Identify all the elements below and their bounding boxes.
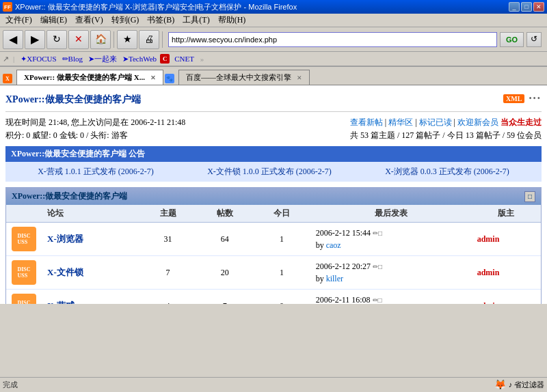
- discuss-icon-1: DISCUSS: [12, 260, 36, 285]
- menu-bar: 文件(F) 编辑(E) 查看(V) 转到(G) 书签(B) 工具(T) 帮助(H…: [0, 14, 547, 27]
- col-forum: 论坛: [42, 205, 139, 223]
- print-btn[interactable]: 🖨: [139, 30, 159, 49]
- stop-button[interactable]: ✕: [68, 30, 89, 49]
- col-topics: 主题: [139, 205, 196, 223]
- window-controls[interactable]: _ □ ✕: [509, 2, 544, 12]
- user-info: 现在时间是 21:48, 您上次访问是在 2006-2-11 21:48 积分:…: [5, 116, 542, 142]
- status-filter-text: ♪ 省过滤器: [509, 380, 544, 390]
- home-button[interactable]: 🏠: [90, 30, 111, 49]
- user-right-links: 查看新帖 | 精华区 | 标记已读 | 欢迎新会员 当众生走过: [350, 116, 542, 129]
- forum-collapse-btn[interactable]: □: [524, 191, 535, 202]
- link-elite[interactable]: 精华区: [388, 117, 413, 127]
- forum-lastpost-0: 2006-2-12 15:44 ✏□ by caoz: [310, 223, 472, 256]
- forum-topics-2: 4: [139, 290, 196, 304]
- header-right: XML •••: [503, 94, 542, 104]
- address-input[interactable]: [168, 32, 497, 47]
- back-button[interactable]: ◀: [3, 30, 23, 49]
- forum-link-0[interactable]: X-浏览器: [47, 234, 83, 244]
- col-icon: [6, 205, 42, 223]
- header-dots: •••: [529, 94, 542, 104]
- minimize-button[interactable]: _: [509, 2, 520, 12]
- toolbar-link-cnet[interactable]: CNET: [172, 54, 196, 64]
- forum-topics-1: 7: [139, 256, 196, 290]
- toolbar: ◀ ▶ ↻ ✕ 🏠 ★ 🖨 GO ↺: [0, 27, 547, 52]
- forum-table: 论坛 主题 帖数 今日 最后发表 版主 DISCUSS X-浏览器 31: [6, 205, 541, 304]
- forum-name-cell-0: X-浏览器: [42, 223, 139, 256]
- menu-bookmarks[interactable]: 书签(B): [143, 13, 178, 27]
- quick-refresh-icon[interactable]: ↺: [526, 32, 542, 47]
- window-title: XPower:: 做最安全便捷的客户端 X-浏览器|客户端安全|电子文档保护 -…: [15, 2, 297, 12]
- bold-member-link[interactable]: 当众生走过: [501, 117, 542, 127]
- forum-admin-0: admin: [472, 223, 541, 256]
- site-title: XPower::做最安全便捷的客户端: [5, 94, 141, 106]
- menu-edit[interactable]: 编辑(E): [36, 13, 71, 27]
- menu-help[interactable]: 帮助(H): [214, 13, 250, 27]
- lastpost-user-1[interactable]: killer: [326, 274, 343, 283]
- user-info-left: 现在时间是 21:48, 您上次访问是在 2006-2-11 21:48 积分:…: [5, 116, 185, 142]
- menu-goto[interactable]: 转到(G): [107, 13, 144, 27]
- announce-bar: XPower::做最安全便捷的客户端 公告: [5, 146, 542, 162]
- forum-today-0: 1: [253, 223, 310, 256]
- forward-button[interactable]: ▶: [25, 30, 45, 49]
- toolbar-link-techweb[interactable]: ➤TechWeb: [120, 54, 159, 64]
- admin-link-1[interactable]: admin: [477, 268, 500, 277]
- admin-link-0[interactable]: admin: [477, 234, 500, 244]
- tab-close-2[interactable]: ✕: [297, 74, 302, 81]
- col-lastpost: 最后发表: [310, 205, 472, 223]
- separator-1: [114, 31, 114, 48]
- admin-link-2[interactable]: admin: [477, 301, 500, 304]
- forum-name-cell-1: X-文件锁: [42, 256, 139, 290]
- tab-xpower[interactable]: XPower:: 做最安全便捷的客户端 X... ✕: [16, 70, 163, 85]
- maximize-button[interactable]: □: [521, 2, 532, 12]
- status-right: 🦊 ♪ 省过滤器: [494, 379, 544, 391]
- announce-link-2[interactable]: X-文件锁 1.0.0 正式发布 (2006-2-7): [207, 166, 332, 178]
- announce-link-1[interactable]: X-营戒 1.0.1 正式发布 (2006-2-7): [38, 166, 154, 178]
- main-forum-section: XPower::做最安全便捷的客户端 □ 论坛 主题 帖数 今日 最后发表 版主…: [5, 187, 542, 304]
- bookmark-btn[interactable]: ★: [117, 30, 137, 49]
- forum-link-1[interactable]: X-文件锁: [47, 267, 83, 277]
- menu-view[interactable]: 查看(V): [71, 13, 107, 27]
- status-text: 完成: [3, 380, 18, 390]
- forum-admin-2: admin: [472, 290, 541, 304]
- forum-link-2[interactable]: X-营戒: [47, 300, 75, 304]
- toolbar-link-yiqi[interactable]: ➤一起来: [86, 53, 119, 65]
- edit-icon-1: ✏□: [373, 263, 382, 270]
- reload-button[interactable]: ↻: [46, 30, 67, 49]
- xml-badge[interactable]: XML: [503, 94, 524, 103]
- user-info-right: 查看新帖 | 精华区 | 标记已读 | 欢迎新会员 当众生走过 共 53 篇主题…: [350, 116, 542, 142]
- link-new-member[interactable]: 欢迎新会员: [457, 117, 498, 127]
- col-today: 今日: [253, 205, 310, 223]
- user-score: 积分: 0 威望: 0 金钱: 0 / 头衔: 游客: [5, 129, 185, 142]
- edit-icon-0: ✏□: [373, 229, 382, 237]
- forum-posts-2: 7: [196, 290, 253, 304]
- tab-baidu[interactable]: 百度——全球最大中文搜索引擎 ✕: [178, 70, 310, 85]
- menu-file[interactable]: 文件(F): [1, 13, 36, 27]
- forum-admin-1: admin: [472, 256, 541, 290]
- forum-topics-0: 31: [139, 223, 196, 256]
- link-new-post[interactable]: 查看新帖: [350, 117, 383, 127]
- go-button[interactable]: GO: [500, 32, 524, 47]
- forum-icon-0: DISCUSS: [6, 223, 42, 256]
- main-forum-header: XPower::做最安全便捷的客户端 □: [6, 188, 541, 205]
- tab-bar: X XPower:: 做最安全便捷的客户端 X... ✕ 🐾 百度——全球最大中…: [0, 67, 547, 85]
- menu-tools[interactable]: 工具(T): [178, 13, 213, 27]
- discuss-icon-0: DISCUSS: [12, 227, 36, 251]
- col-admin: 版主: [472, 205, 541, 223]
- forum-posts-0: 64: [196, 223, 253, 256]
- main-forum-title: XPower::做最安全便捷的客户端: [12, 191, 127, 202]
- tab-close-1[interactable]: ✕: [150, 74, 156, 81]
- forum-row-0: DISCUSS X-浏览器 31 64 1 2006-2-12 15:44 ✏□…: [6, 223, 541, 256]
- link-mark-read[interactable]: 标记已读: [419, 117, 452, 127]
- forum-today-1: 1: [253, 256, 310, 290]
- browser-icon: FF: [3, 2, 12, 12]
- forum-today-2: 0: [253, 290, 310, 304]
- forum-lastpost-2: 2006-2-11 16:08 ✏□ by sulang: [310, 290, 472, 304]
- forum-row-2: DISCUSS X-营戒 4 7 0 2006-2-11 16:08 ✏□ by…: [6, 290, 541, 304]
- lastpost-user-0[interactable]: caoz: [326, 240, 341, 250]
- forum-stats: 共 53 篇主题 / 127 篇帖子 / 今日 13 篇帖子 / 59 位会员: [350, 129, 542, 142]
- toolbar-link-xfocus[interactable]: ✦XFOCUS: [18, 54, 58, 64]
- close-button[interactable]: ✕: [533, 2, 544, 12]
- tab-favicon-1: X: [3, 74, 14, 85]
- toolbar-link-blog[interactable]: ✏Blog: [60, 54, 85, 64]
- announce-link-3[interactable]: X-浏览器 0.0.3 正式发布 (2006-2-7): [385, 166, 509, 178]
